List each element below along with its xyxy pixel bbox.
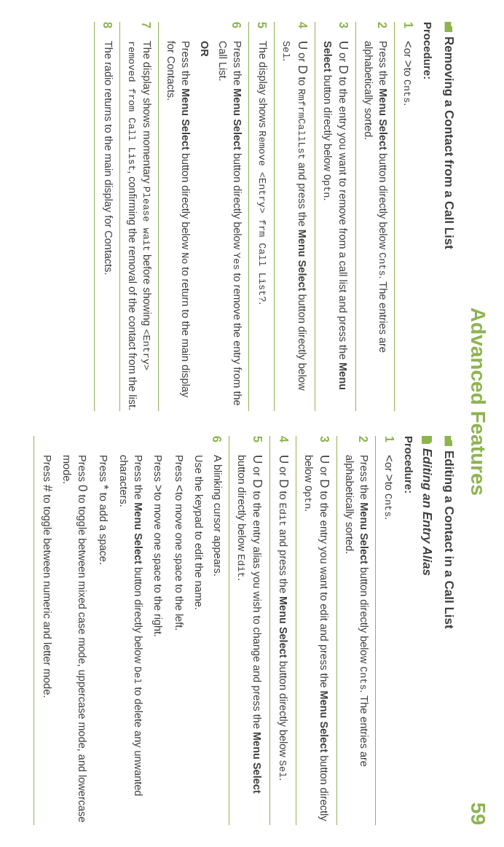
text-span: button directly below	[322, 72, 334, 174]
procedure-step: 5The display shows Remove <Entry> frm Ca…	[248, 22, 274, 411]
text-span: or	[296, 50, 308, 65]
text-span: button directly below	[236, 455, 248, 554]
text-span: to move one space to the right.	[152, 492, 164, 637]
text-span: Cnts	[382, 493, 393, 517]
step-body: <or >to Cnts.	[380, 455, 397, 825]
step-body: U or D to RmfrmCallLst and press the Men…	[279, 41, 310, 411]
left-steps: 1<or >to Cnts.2Press the Menu Select but…	[94, 22, 420, 411]
step-paragraph: Press the Menu Select button directly be…	[342, 455, 371, 825]
text-span: U	[336, 41, 350, 50]
text-span: .	[257, 302, 269, 305]
text-span: Menu Select	[277, 596, 289, 658]
folder-icon	[445, 22, 453, 32]
text-span: Cnts	[358, 666, 369, 690]
page-header: Advanced Features 59	[466, 22, 489, 825]
text-span: U	[318, 455, 331, 464]
text-span: Del	[132, 666, 143, 684]
right-column: Editing a Contact in a Call List Editing…	[7, 436, 460, 825]
text-span: Press the	[180, 41, 192, 88]
procedure-step: 2Press the Menu Select button directly b…	[336, 436, 375, 825]
section-title-row: Removing a Contact from a Call List	[441, 22, 456, 411]
text-span: U	[296, 41, 310, 50]
step-paragraph: Use the keypad to edit the name.	[192, 455, 206, 825]
step-number: 3	[301, 436, 332, 448]
text-span: button directly below	[358, 564, 370, 666]
procedure-step: 1<or >to Cnts.	[375, 436, 401, 825]
text-span: to	[277, 488, 289, 503]
text-span: Remove <Entry> frm Call List?	[256, 130, 267, 302]
procedure-step: 4U or D to Edit and press the Menu Selec…	[269, 436, 296, 825]
folder-icon	[445, 436, 453, 446]
text-span: to	[402, 68, 414, 79]
text-span: Cnts	[377, 252, 387, 276]
text-span: or	[402, 48, 414, 60]
step-body: U or D to the entry you want to edit and…	[301, 455, 332, 825]
step-paragraph: Press # to toggle between numeric and le…	[39, 455, 55, 825]
section-title-row: Editing a Contact in a Call List	[441, 436, 456, 825]
text-span: 0	[76, 485, 90, 491]
text-span: OR	[199, 41, 210, 57]
text-span: >	[401, 60, 415, 68]
step-body: U or D to the entry alias you wish to ch…	[234, 455, 265, 825]
text-span: .	[383, 517, 395, 520]
text-span: Press the	[358, 455, 370, 502]
text-span: Menu Select	[318, 691, 330, 753]
step-paragraph: <or >to Cnts.	[380, 455, 397, 825]
text-span: Menu Select	[358, 502, 370, 564]
text-span: Menu Select	[180, 88, 192, 150]
text-span: Press	[173, 455, 185, 485]
step-body: A blinking cursor appears.Use the keypad…	[39, 455, 224, 825]
step-number: 5	[234, 436, 265, 448]
step-paragraph: U or D to Edit and press the Menu Select…	[275, 455, 291, 825]
text-span: Please wait	[141, 187, 151, 251]
text-span: .	[281, 58, 293, 61]
text-span: and press the	[277, 526, 289, 596]
step-body: Press the Menu Select button directly be…	[342, 455, 371, 825]
header-title: Advanced Features	[466, 22, 489, 781]
step-number: 5	[253, 22, 269, 34]
text-span: or	[383, 462, 395, 475]
text-span: No	[179, 252, 190, 264]
text-span: Press	[76, 455, 88, 485]
text-span: Press the	[133, 455, 144, 502]
text-span: Press the	[377, 41, 389, 88]
text-span: button directly below	[377, 150, 389, 252]
text-span: >	[151, 485, 165, 492]
text-span: <	[382, 455, 396, 462]
text-span: to	[296, 74, 308, 89]
procedure-step: 5U or D to the entry alias you wish to c…	[229, 436, 269, 825]
text-span: U	[277, 455, 291, 464]
step-paragraph: A blinking cursor appears.	[210, 455, 224, 825]
right-steps: 1<or >to Cnts.2Press the Menu Select but…	[34, 436, 401, 825]
step-paragraph: Press the Menu Select button directly be…	[361, 41, 390, 411]
step-paragraph: Press <to move one space to the left.	[170, 455, 187, 825]
text-span: <	[173, 485, 186, 492]
right-section-title: Editing a Contact in a Call List	[441, 450, 456, 629]
text-span: .	[402, 103, 414, 106]
text-span: .	[303, 509, 315, 512]
text-span: Sel	[280, 41, 291, 58]
text-span: , confirming the removal of the contact …	[127, 171, 138, 410]
text-span: .	[322, 198, 334, 200]
procedure-step: 2Press the Menu Select button directly b…	[355, 22, 394, 411]
text-span: .	[277, 778, 289, 781]
procedure-step: 8The radio returns to the main display f…	[94, 22, 119, 411]
text-span: Menu Select	[232, 88, 243, 150]
step-number: 4	[275, 436, 291, 448]
procedure-step: 6A blinking cursor appears.Use the keypa…	[34, 436, 229, 825]
page-number: 59	[466, 781, 489, 825]
step-paragraph: U or D to the entry you want to remove f…	[320, 41, 351, 411]
text-span: D	[296, 65, 310, 74]
text-span: RmfrmCallLst	[296, 89, 307, 160]
text-span: Edit	[235, 554, 246, 577]
step-paragraph: Press the Menu Select button directly be…	[116, 455, 145, 825]
step-number: 1	[399, 22, 416, 34]
step-body: Press the Menu Select button directly be…	[361, 41, 390, 411]
step-paragraph: Press the Menu Select button directly be…	[216, 41, 245, 411]
text-span: Press	[98, 455, 109, 485]
text-span: The radio returns to the main display fo…	[103, 41, 114, 276]
left-section-title: Removing a Contact from a Call List	[441, 36, 456, 249]
document-icon	[422, 436, 432, 444]
text-span: button directly below	[296, 291, 308, 390]
text-span: The display shows	[257, 41, 269, 130]
